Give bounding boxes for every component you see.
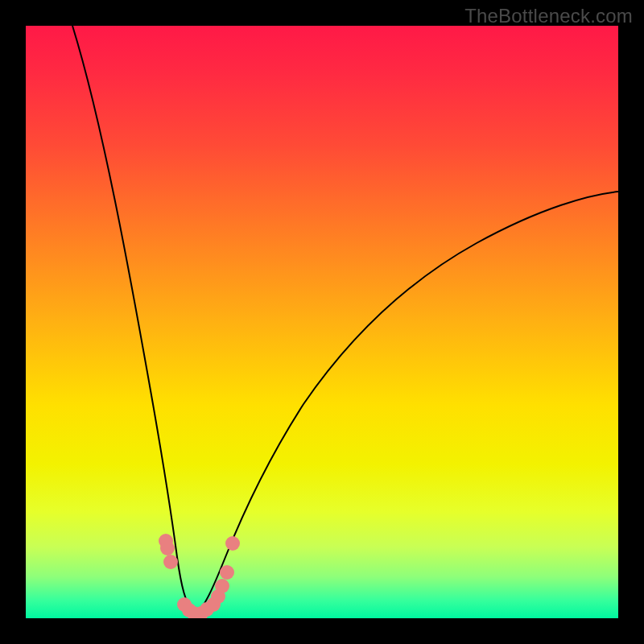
right-curve <box>195 192 618 616</box>
svg-point-6 <box>194 606 208 618</box>
svg-point-9 <box>211 589 225 604</box>
curve-layer <box>26 26 618 618</box>
svg-point-11 <box>220 565 234 580</box>
svg-point-5 <box>187 606 201 618</box>
chart-frame: TheBottleneck.com <box>0 0 644 644</box>
plot-area <box>26 26 618 618</box>
svg-point-12 <box>225 536 240 551</box>
left-curve <box>72 26 195 616</box>
svg-point-0 <box>159 534 173 548</box>
svg-point-4 <box>182 603 196 617</box>
svg-point-3 <box>177 597 192 612</box>
svg-point-1 <box>160 541 175 555</box>
svg-point-2 <box>163 555 178 569</box>
watermark: TheBottleneck.com <box>464 5 633 27</box>
svg-point-7 <box>200 602 214 617</box>
svg-point-8 <box>206 597 221 612</box>
highlight-dots <box>159 534 240 618</box>
svg-point-10 <box>215 579 229 593</box>
